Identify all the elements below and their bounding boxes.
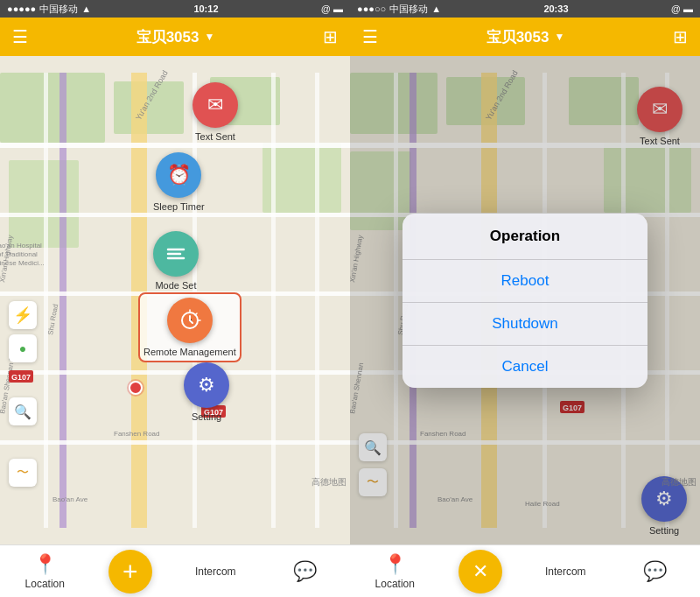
text-sent-circle: ✉	[192, 82, 238, 128]
chat-icon-right: 💬	[643, 560, 667, 583]
left-title: 宝贝3053 ▼	[136, 27, 215, 47]
left-tab-bar: 📍 Location + Intercom 💬	[0, 544, 350, 597]
hamburger-icon-left[interactable]: ☰	[12, 26, 28, 47]
chat-icon-left: 💬	[293, 560, 317, 583]
tab-location-left[interactable]: 📍 Location	[18, 553, 71, 590]
signal-dots-right: ●●●○○	[357, 4, 386, 14]
mode-set-label: Mode Set	[155, 280, 196, 291]
sleep-timer-circle: ⏰	[156, 152, 201, 198]
location-icon-right: 📍	[383, 553, 407, 576]
hamburger-icon-right[interactable]: ☰	[362, 26, 378, 47]
dropdown-arrow-right[interactable]: ▼	[554, 31, 564, 43]
setting-circle: ⚙	[184, 362, 229, 408]
left-nav-bar: ☰ 宝贝3053 ▼ ⊞	[0, 18, 350, 56]
carrier-left: 中国移动	[39, 3, 78, 16]
bluetooth-icon: ⚡	[13, 306, 32, 325]
tab-chat-right[interactable]: 💬	[629, 560, 682, 583]
svg-text:Chinese Medici...: Chinese Medici...	[0, 259, 45, 267]
svg-rect-11	[0, 370, 350, 375]
dropdown-arrow-left[interactable]: ▼	[204, 31, 214, 43]
x-icon-right: ✕	[472, 560, 488, 583]
sleep-timer-label: Sleep Timer	[153, 201, 205, 212]
signal-dots: ●●●●●	[7, 4, 36, 14]
intercom-label-left: Intercom	[195, 565, 236, 578]
svg-text:Fanshen Road: Fanshen Road	[114, 430, 159, 438]
left-panel: ●●●●● 中国移动 ▲ 10:12 @ ▬ ☰ 宝贝3053 ▼ ⊞	[0, 0, 350, 597]
svg-rect-16	[315, 73, 319, 528]
svg-text:of Traditional: of Traditional	[0, 250, 38, 258]
svg-rect-9	[0, 213, 350, 217]
text-sent-label: Text Sent	[195, 131, 235, 142]
dialog-shutdown-btn[interactable]: Shutdown	[402, 303, 648, 346]
location-icon-left: 📍	[33, 553, 57, 576]
search-icon-left: 🔍	[14, 404, 32, 420]
menu-sleep-timer[interactable]: ⏰ Sleep Timer	[153, 152, 205, 212]
location-label-right: Location	[375, 578, 415, 590]
setting-label: Setting	[192, 411, 221, 422]
grid-icon-right[interactable]: ⊞	[673, 26, 688, 47]
tab-location-right[interactable]: 📍 Location	[368, 553, 421, 590]
amap-logo-left: 高德地图	[312, 476, 346, 488]
dialog-reboot-btn[interactable]: Reboot	[402, 260, 648, 303]
search-btn-left[interactable]: 🔍	[9, 397, 37, 425]
svg-text:Bao'an Hospital: Bao'an Hospital	[0, 242, 42, 249]
battery-right: @ ▬	[671, 4, 693, 14]
remote-mgmt-circle	[167, 298, 213, 343]
right-nav-bar: ☰ 宝贝3053 ▼ ⊞	[350, 18, 700, 56]
cancel-button-right[interactable]: ✕	[458, 550, 502, 593]
menu-remote-management[interactable]: Remote Management	[138, 292, 242, 362]
dialog-cancel-btn[interactable]: Cancel	[402, 346, 648, 388]
svg-text:G107: G107	[11, 373, 31, 382]
right-tab-bar: 📍 Location ✕ Intercom 💬	[350, 544, 700, 597]
tab-chat-left[interactable]: 💬	[279, 560, 332, 583]
tab-intercom-right[interactable]: Intercom	[539, 565, 592, 578]
tab-intercom-left[interactable]: Intercom	[189, 565, 242, 578]
green-dot-icon: ●	[19, 341, 26, 355]
menu-text-sent[interactable]: ✉ Text Sent	[192, 82, 238, 142]
mode-set-circle	[153, 231, 199, 277]
right-title: 宝贝3053 ▼	[486, 27, 565, 47]
svg-rect-15	[271, 73, 276, 528]
menu-setting[interactable]: ⚙ Setting	[184, 362, 229, 422]
svg-rect-12	[0, 440, 350, 445]
time-left: 10:12	[193, 4, 218, 14]
right-map: Yu'an 2nd Road Xin'an Highway Bao'an She…	[350, 56, 700, 544]
operation-dialog: Operation Reboot Shutdown Cancel	[402, 214, 648, 388]
svg-rect-1	[0, 73, 105, 143]
menu-mode-set[interactable]: Mode Set	[153, 231, 199, 291]
svg-rect-13	[44, 73, 48, 528]
time-right: 20:33	[543, 4, 568, 14]
route-icon-left: 〜	[17, 465, 29, 481]
right-status-bar: ●●●○○ 中国移动 ▲ 20:33 @ ▬	[350, 0, 700, 18]
wifi-icon-right: ▲	[431, 4, 441, 14]
route-btn-left[interactable]: 〜	[9, 459, 37, 487]
svg-rect-8	[0, 143, 350, 148]
dialog-title: Operation	[402, 214, 648, 260]
left-status-bar: ●●●●● 中国移动 ▲ 10:12 @ ▬	[0, 0, 350, 18]
location-btn[interactable]: ●	[9, 334, 37, 362]
plus-icon-left: +	[122, 557, 138, 586]
battery-left: @ ▬	[321, 4, 343, 14]
left-map: Yu'an 2nd Road Xin'an Highway Bao'an She…	[0, 56, 350, 544]
add-button-left[interactable]: +	[108, 550, 152, 593]
location-label-left: Location	[25, 578, 65, 590]
right-panel: ●●●○○ 中国移动 ▲ 20:33 @ ▬ ☰ 宝贝3053 ▼ ⊞	[350, 0, 700, 597]
grid-icon-left[interactable]: ⊞	[323, 26, 338, 47]
wifi-icon-left: ▲	[81, 4, 91, 14]
bluetooth-btn[interactable]: ⚡	[9, 301, 37, 329]
carrier-right: 中国移动	[389, 3, 428, 16]
svg-rect-7	[60, 73, 66, 528]
svg-text:Bao'an Ave: Bao'an Ave	[52, 495, 88, 503]
dialog-overlay: Operation Reboot Shutdown Cancel	[350, 56, 700, 544]
svg-point-31	[130, 382, 142, 394]
remote-mgmt-label: Remote Management	[144, 347, 236, 357]
intercom-label-right: Intercom	[545, 565, 586, 578]
